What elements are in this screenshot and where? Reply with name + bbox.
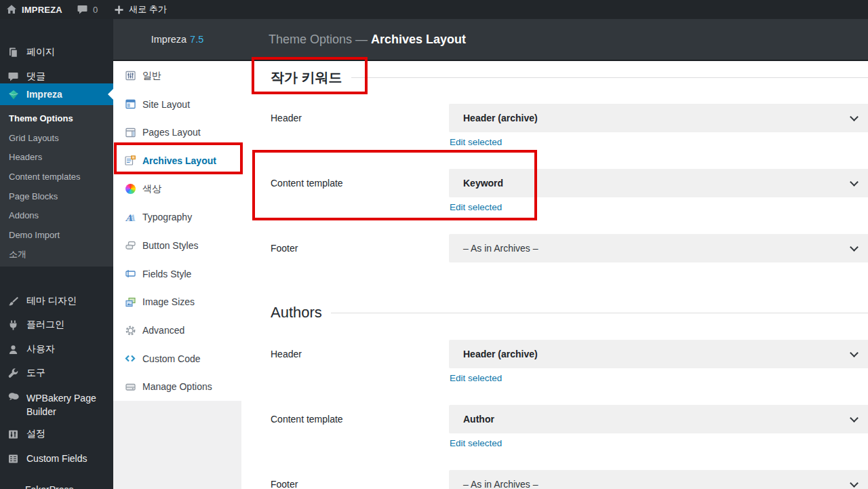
sidebar-item-label: 댓글 (26, 71, 45, 83)
themenav-item-site-layout[interactable]: Site Layout (113, 90, 241, 119)
pages-icon (7, 47, 20, 58)
footer-select[interactable]: – As in Archives – (449, 234, 868, 262)
plugin-icon (7, 319, 20, 331)
submenu-label: Grid Layouts (9, 133, 59, 143)
field-row-content-template: Content template Keyword Edit selected (271, 169, 868, 216)
submenu-item-content-templates[interactable]: Content templates (0, 167, 113, 187)
themenav-item-button-styles[interactable]: Button Styles (113, 231, 241, 260)
themenav-item-fields-style[interactable]: Fields Style (113, 260, 241, 288)
edit-selected-link[interactable]: Edit selected (450, 202, 502, 212)
buttons-icon (124, 239, 136, 252)
themenav-label: Custom Code (142, 353, 201, 364)
edit-selected-link[interactable]: Edit selected (450, 438, 502, 448)
submenu-item-headers[interactable]: Headers (0, 147, 113, 167)
submenu-item-theme-options[interactable]: Theme Options (0, 109, 113, 128)
submenu-item-addons[interactable]: Addons (0, 206, 113, 225)
home-icon (6, 4, 17, 15)
admin-sidebar: 페이지 댓글 Impreza Theme Options Grid Layout… (0, 19, 113, 489)
sidebar-item-settings[interactable]: 설정 (0, 425, 113, 443)
field-row-footer: Footer – As in Archives – (271, 470, 868, 489)
themenav-item-image-sizes[interactable]: Image Sizes (113, 288, 241, 317)
sidebar-item-impreza[interactable]: Impreza (0, 83, 113, 105)
page-title-prefix: Theme Options — (269, 33, 371, 46)
themenav-label: Button Styles (142, 240, 199, 251)
footer-select[interactable]: – As in Archives – (449, 470, 868, 489)
edit-selected-link[interactable]: Edit selected (450, 137, 502, 147)
settings-sliders-icon (7, 429, 20, 440)
color-wheel-icon (124, 183, 136, 195)
content-template-select[interactable]: Keyword (449, 169, 868, 197)
submenu-item-about[interactable]: 소개 (0, 245, 113, 265)
field-row-header: Header Header (archive) Edit selected (271, 340, 868, 387)
themenav-label: Site Layout (142, 99, 190, 110)
content-template-select[interactable]: Author (449, 405, 868, 433)
drive-icon (124, 380, 136, 393)
paintbrush-icon (7, 296, 20, 307)
header-select[interactable]: Header (archive) (449, 340, 868, 368)
themenav-label: Advanced (142, 325, 184, 336)
themenav-label: Fields Style (142, 269, 191, 279)
edit-selected-link[interactable]: Edit selected (450, 373, 502, 383)
sidebar-item-fakerpress[interactable]: FakerPress (0, 481, 113, 489)
submenu-item-grid-layouts[interactable]: Grid Layouts (0, 128, 113, 148)
themenav-label: Archives Layout (142, 155, 216, 166)
themenav-label: 색상 (142, 183, 161, 195)
sidebar-item-label: 설정 (26, 428, 45, 440)
field-row-content-template: Content template Author Edit selected (271, 405, 868, 452)
submenu-label: Addons (9, 210, 39, 220)
section-title-author-keywords: 작가 키워드 (271, 67, 868, 87)
submenu-label: Theme Options (9, 113, 73, 123)
sidebar-item-tools[interactable]: 도구 (0, 364, 113, 382)
themenav-item-typography[interactable]: AA Typography (113, 203, 241, 231)
sidebar-item-label: WPBakery Page Builder (26, 391, 104, 418)
image-sizes-icon (124, 296, 136, 308)
header-select[interactable]: Header (archive) (449, 104, 868, 132)
sidebar-item-appearance[interactable]: 테마 디자인 (0, 292, 113, 310)
gear-icon (124, 324, 136, 336)
themenav-item-custom-code[interactable]: Custom Code (113, 345, 241, 373)
field-label: Header (271, 104, 302, 132)
sidebar-item-label: Impreza (26, 89, 62, 100)
sidebar-item-label: 도구 (26, 367, 45, 379)
themenav-item-advanced[interactable]: Advanced (113, 316, 241, 345)
page-title-current: Archives Layout (371, 33, 466, 46)
selected-value: – As in Archives – (449, 234, 868, 262)
impreza-submenu: Theme Options Grid Layouts Headers Conte… (0, 105, 113, 267)
sidebar-item-custom-fields[interactable]: Custom Fields (0, 450, 113, 467)
admin-bar-new-link[interactable]: 새로 추가 (114, 0, 167, 19)
sidebar-item-label: Custom Fields (26, 453, 87, 464)
sidebar-item-users[interactable]: 사용자 (0, 340, 113, 358)
admin-bar-site-name: IMPREZA (22, 5, 62, 15)
submenu-item-demo-import[interactable]: Demo Import (0, 225, 113, 245)
brand-name: Impreza (151, 34, 186, 45)
diamond-icon (7, 89, 20, 100)
sidebar-item-wpbakery[interactable]: WPBakery Page Builder (0, 391, 113, 420)
page-background (113, 401, 241, 489)
sidebar-item-label: 사용자 (26, 343, 55, 355)
sidebar-item-pages[interactable]: 페이지 (0, 43, 113, 61)
comment-bubble-icon (77, 4, 88, 15)
admin-bar-comments-count: 0 (93, 5, 98, 15)
admin-bar: IMPREZA 0 새로 추가 (0, 0, 868, 19)
themenav-label: Pages Layout (142, 127, 201, 138)
themenav-item-general[interactable]: 일반 (113, 62, 241, 90)
submenu-label: Page Blocks (9, 191, 58, 201)
comments-icon (7, 71, 20, 82)
typography-icon: AA (124, 211, 136, 223)
themenav-item-archives-layout[interactable]: Archives Layout (113, 146, 241, 175)
section-title-text: Authors (271, 304, 322, 321)
field-label: Header (271, 340, 302, 368)
admin-bar-site-link[interactable]: IMPREZA (6, 0, 62, 19)
themenav-item-pages-layout[interactable]: Pages Layout (113, 118, 241, 146)
theme-options-content: 작가 키워드 Header Header (archive) Edit sele… (241, 61, 868, 489)
themenav-item-manage-options[interactable]: Manage Options (113, 373, 241, 402)
sidebar-item-plugins[interactable]: 플러그인 (0, 316, 113, 334)
submenu-item-page-blocks[interactable]: Page Blocks (0, 187, 113, 206)
brand-version: 7.5 (190, 34, 203, 45)
admin-bar-comments-link[interactable]: 0 (77, 0, 98, 19)
themenav-item-colors[interactable]: 색상 (113, 175, 241, 203)
section-divider (351, 77, 868, 78)
field-row-footer: Footer – As in Archives – (271, 234, 868, 281)
sidebar-item-label: 테마 디자인 (26, 295, 77, 307)
theme-nav-brand: Impreza 7.5 (113, 19, 241, 60)
